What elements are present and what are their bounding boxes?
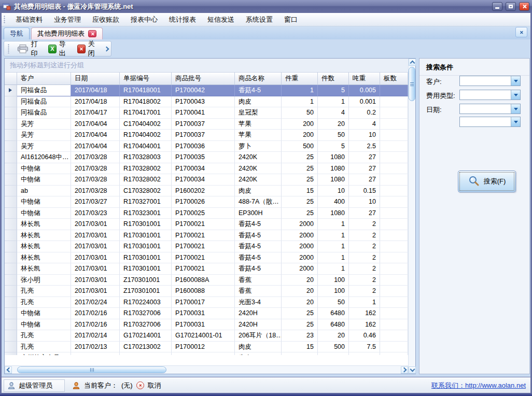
cell[interactable]: 林长凯 [17,263,71,275]
date-from-input[interactable] [460,104,511,114]
cell[interactable]: 皇冠梨 [235,107,282,119]
cell[interactable] [380,319,408,331]
cell[interactable]: P1700022 [172,352,235,355]
tabstrip-close-button[interactable] [515,27,527,37]
cell[interactable]: 2 [349,241,380,252]
cell[interactable]: 2420K [235,152,282,163]
close-window-button[interactable] [519,2,529,11]
cell[interactable]: 162 [349,319,380,331]
cell[interactable] [380,130,408,141]
table-row[interactable]: 林长凯2017/03/01R170301001P1700021香菇4-52000… [5,252,408,264]
column-header-batch-no[interactable]: 商品批号 [172,73,235,85]
cell[interactable]: 2017/02/16 [71,319,120,331]
cell[interactable]: 2 [349,252,380,264]
search-button[interactable]: 搜索(F) [458,171,516,192]
cell[interactable]: 同福食品 [17,107,71,119]
row-indicator[interactable] [5,119,17,130]
chevron-down-icon[interactable] [511,117,520,126]
column-header-tonnage[interactable]: 吨重 [349,73,380,85]
menu-item-stats-reports[interactable]: 统计报表 [163,13,202,26]
cell[interactable]: 中物储 [17,163,71,175]
cell[interactable]: 0.2 [349,107,380,119]
cell[interactable]: 2420H [235,308,282,319]
cell[interactable]: 2 [349,286,380,297]
cell[interactable] [380,352,408,355]
tab-other-fee-detail[interactable]: 其他费用明细表 [31,27,103,39]
cell[interactable]: R170327001 [120,196,172,208]
cell[interactable]: 20 [318,330,349,342]
row-indicator[interactable] [5,308,17,319]
table-row[interactable]: 张小明2017/03/01Z170301001P1600088A香蕉201002 [5,275,408,286]
cell[interactable]: G170214001-01 [172,330,235,342]
cell[interactable]: P1600088 [172,286,235,297]
cell[interactable]: 2017/03/23 [71,208,120,219]
cell[interactable]: 0.005 [349,85,380,96]
cell[interactable]: P1700031 [172,308,235,319]
cell[interactable] [380,85,408,96]
row-indicator[interactable] [5,342,17,353]
cell[interactable] [380,297,408,308]
cell[interactable]: 光面3-4 [235,297,282,308]
cell[interactable]: 同福食品 [17,85,71,96]
row-indicator[interactable] [5,130,17,141]
cell[interactable]: 20 [282,297,318,308]
chevron-down-icon[interactable] [511,104,520,114]
scroll-down-button[interactable] [409,366,416,374]
cell[interactable]: P1700034 [172,163,235,175]
cell[interactable]: 林长凯 [17,230,71,242]
cell[interactable] [380,241,408,252]
cell[interactable]: 2017/03/01 [71,219,120,230]
table-row[interactable]: AI16120648中…2017/03/28R170328003P1700035… [5,152,408,163]
cell[interactable]: 苹果 [235,130,282,141]
cell[interactable]: 1 [318,263,349,275]
cell[interactable]: 2420K [235,163,282,175]
group-by-panel[interactable]: 拖动列标题到这进行分组 [5,59,408,73]
cell[interactable]: 2017/03/01 [71,286,120,297]
row-indicator[interactable] [5,107,17,119]
table-row[interactable]: 同福食品2017/04/18R170418002P1700043肉皮110.00… [5,96,408,108]
cell[interactable]: 200 [282,119,318,130]
cell[interactable]: 4 [349,119,380,130]
cell[interactable]: 肉皮 [235,186,282,197]
customer-input[interactable] [460,76,511,86]
cell[interactable]: 香菇4-5 [235,252,282,264]
menu-item-business-mgmt[interactable]: 业务管理 [48,13,87,26]
cell[interactable]: 2017/02/24 [71,297,120,308]
cell[interactable]: 2000 [282,230,318,242]
cell[interactable]: 肉皮 [235,96,282,108]
table-row[interactable]: 中物储2017/03/28R170328002P17000342420K2510… [5,163,408,175]
cell[interactable]: 牛肉 [235,352,282,355]
row-indicator[interactable] [5,186,17,197]
cell[interactable]: 7.5 [349,342,380,353]
cell[interactable]: R170327006 [120,319,172,331]
cell[interactable]: 孔亮 [17,286,71,297]
cell[interactable]: 23 [282,330,318,342]
cell[interactable]: 10 [349,196,380,208]
menu-item-report-center[interactable]: 报表中心 [125,13,163,26]
cell[interactable]: 2017/03/01 [71,263,120,275]
cell[interactable]: R170327006 [120,308,172,319]
cell[interactable]: 广州菜心食品 [17,352,71,355]
cell[interactable]: 400 [318,196,349,208]
cell[interactable]: 2420K [235,174,282,186]
cell[interactable]: 孔亮 [17,297,71,308]
cell[interactable]: 27 [349,152,380,163]
cell[interactable]: 香菇4-5 [235,219,282,230]
cell[interactable]: 25 [282,308,318,319]
cell[interactable]: 6480 [318,319,349,331]
row-indicator[interactable] [5,219,17,230]
cell[interactable] [380,230,408,242]
cell[interactable] [380,119,408,130]
cell[interactable]: 25 [282,319,318,331]
cell[interactable]: 2017/03/27 [71,196,120,208]
customer-combobox[interactable] [459,76,521,86]
table-row[interactable]: 中物储2017/02/16R170327006P17000312420H2564… [5,319,408,331]
cell[interactable]: 100 [318,275,349,286]
cell[interactable]: 2017/03/01 [71,241,120,252]
cell[interactable]: P1700036 [172,141,235,152]
cell[interactable]: R170417001 [120,107,172,119]
minimize-button[interactable] [492,2,502,11]
cell[interactable]: 1 [282,96,318,108]
cell[interactable]: 2017/03/01 [71,275,120,286]
cell[interactable]: R170224003 [120,297,172,308]
